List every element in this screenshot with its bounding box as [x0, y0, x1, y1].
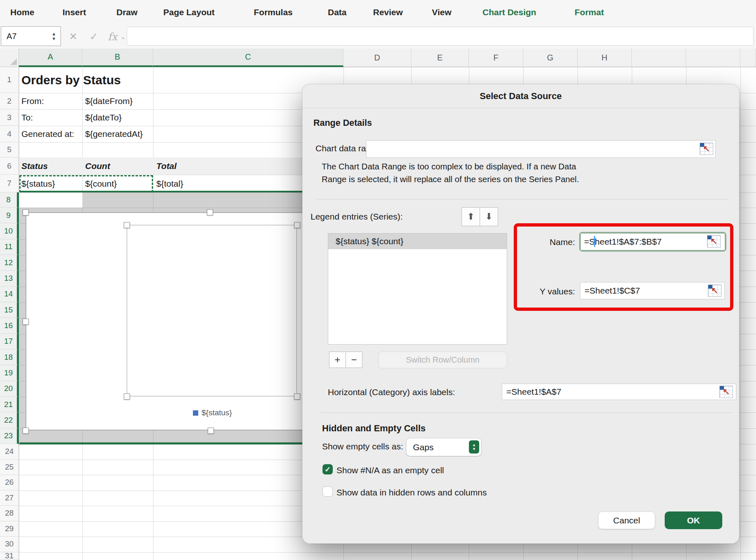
- chart-data-range-input[interactable]: [366, 140, 716, 158]
- plot-handle-top-right[interactable]: [294, 222, 300, 228]
- tab-format[interactable]: Format: [575, 0, 604, 25]
- row-header-19[interactable]: 19: [0, 365, 19, 381]
- cell-b6-header[interactable]: Count: [85, 157, 110, 175]
- confirm-entry-icon[interactable]: ✓: [90, 25, 98, 49]
- column-header-E[interactable]: E: [411, 49, 469, 67]
- row-header-1[interactable]: 1: [0, 67, 19, 93]
- row-header-31[interactable]: 31: [0, 552, 19, 560]
- row-header-21[interactable]: 21: [0, 397, 19, 412]
- tab-view[interactable]: View: [432, 0, 451, 25]
- row-header-2[interactable]: 2: [0, 93, 19, 109]
- series-move-down-button[interactable]: ⬇: [480, 207, 498, 226]
- chevron-down-icon[interactable]: ⌄: [120, 25, 126, 49]
- column-header-blank-9[interactable]: [686, 49, 740, 67]
- plot-handle-bottom-right[interactable]: [294, 393, 300, 400]
- cell-b2[interactable]: ${dateFrom}: [85, 93, 133, 109]
- row-header-30[interactable]: 30: [0, 537, 19, 552]
- ok-button[interactable]: OK: [665, 511, 722, 529]
- row-header-22[interactable]: 22: [0, 412, 19, 428]
- plot-handle-bottom-left[interactable]: [124, 393, 130, 400]
- insert-function-icon[interactable]: fx: [108, 25, 117, 49]
- show-hidden-checkbox[interactable]: [322, 486, 333, 497]
- show-empty-cells-dropdown[interactable]: Gaps ▲▼: [406, 438, 481, 456]
- cell-c6-header[interactable]: Total: [156, 157, 176, 175]
- row-header-24[interactable]: 24: [0, 444, 19, 460]
- axis-labels-input[interactable]: =Sheet1!$A$7: [502, 384, 736, 400]
- column-header-blank-10[interactable]: [740, 49, 756, 67]
- add-series-button[interactable]: +: [329, 352, 346, 368]
- tab-formulas[interactable]: Formulas: [254, 0, 293, 25]
- series-list-item-selected[interactable]: ${status} ${count}: [328, 234, 507, 249]
- formula-input[interactable]: [127, 27, 754, 46]
- column-header-B[interactable]: B: [82, 49, 153, 67]
- row-header-20[interactable]: 20: [0, 381, 19, 397]
- row-header-7[interactable]: 7: [0, 175, 19, 192]
- cancel-entry-icon[interactable]: ✕: [69, 25, 77, 49]
- chart-plot-area[interactable]: [127, 225, 297, 396]
- row-header-26[interactable]: 26: [0, 475, 19, 491]
- cell-a6-header[interactable]: Status: [21, 157, 48, 175]
- row-header-25[interactable]: 25: [0, 460, 19, 475]
- row-header-23[interactable]: 23: [0, 428, 19, 444]
- column-header-A[interactable]: A: [19, 49, 82, 67]
- row-header-13[interactable]: 13: [0, 271, 19, 286]
- cell-a1-title[interactable]: Orders by Status: [21, 67, 121, 93]
- name-box-stepper[interactable]: ▲ ▼: [49, 28, 59, 44]
- row-header-28[interactable]: 28: [0, 506, 19, 521]
- row-header-17[interactable]: 17: [0, 334, 19, 349]
- series-list[interactable]: ${status} ${count}: [328, 233, 507, 345]
- row-header-27[interactable]: 27: [0, 491, 19, 506]
- row-header-10[interactable]: 10: [0, 223, 19, 239]
- cell-a4[interactable]: Generated at:: [21, 126, 74, 142]
- row-header-5[interactable]: 5: [0, 142, 19, 157]
- tab-data[interactable]: Data: [328, 0, 347, 25]
- cell-b4[interactable]: ${generatedAt}: [85, 126, 143, 142]
- range-selector-icon[interactable]: [719, 386, 733, 398]
- row-header-18[interactable]: 18: [0, 349, 19, 365]
- y-values-input[interactable]: =Sheet1!$C$7: [580, 282, 725, 299]
- chart-handle-bottom-left[interactable]: [23, 428, 29, 434]
- chart-handle-middle-left[interactable]: [23, 319, 29, 325]
- column-header-blank-8[interactable]: [632, 49, 686, 67]
- chart-handle-top-center[interactable]: [207, 209, 213, 215]
- cell-a3[interactable]: To:: [21, 109, 33, 126]
- column-header-C[interactable]: C: [153, 49, 343, 67]
- row-header-9[interactable]: 9: [0, 208, 19, 223]
- row-header-14[interactable]: 14: [0, 287, 19, 302]
- switch-row-column-button[interactable]: Switch Row/Column: [378, 352, 507, 368]
- row-header-4[interactable]: 4: [0, 126, 19, 142]
- range-selector-icon[interactable]: [707, 235, 721, 248]
- column-header-H[interactable]: H: [577, 49, 632, 67]
- column-header-D[interactable]: D: [343, 49, 411, 67]
- chart-handle-top-left[interactable]: [23, 209, 29, 215]
- cancel-button[interactable]: Cancel: [598, 511, 655, 529]
- row-header-29[interactable]: 29: [0, 521, 19, 537]
- row-header-6[interactable]: 6: [0, 157, 19, 175]
- row-header-16[interactable]: 16: [0, 318, 19, 333]
- series-name-input[interactable]: =Sheet1!$A$7:$B$7: [581, 234, 725, 250]
- range-selector-icon[interactable]: [708, 285, 721, 297]
- show-na-checkbox[interactable]: ✓: [322, 464, 333, 474]
- row-header-11[interactable]: 11: [0, 239, 19, 255]
- row-header-15[interactable]: 15: [0, 302, 19, 318]
- tab-page-layout[interactable]: Page Layout: [163, 0, 215, 25]
- remove-series-button[interactable]: −: [346, 352, 362, 368]
- select-all-corner[interactable]: [0, 49, 19, 67]
- cell-b3[interactable]: ${dateTo}: [85, 109, 122, 126]
- column-header-F[interactable]: F: [469, 49, 523, 67]
- range-selector-icon[interactable]: [700, 143, 713, 155]
- name-box[interactable]: A7 ▲ ▼: [1, 26, 61, 46]
- tab-home[interactable]: Home: [10, 0, 34, 25]
- tab-chart-design[interactable]: Chart Design: [482, 0, 536, 25]
- tab-review[interactable]: Review: [373, 0, 403, 25]
- row-header-3[interactable]: 3: [0, 109, 19, 126]
- row-header-8[interactable]: 8: [0, 192, 19, 208]
- series-move-up-button[interactable]: ⬆: [461, 207, 480, 226]
- tab-draw[interactable]: Draw: [116, 0, 137, 25]
- chart-handle-bottom-center[interactable]: [208, 428, 214, 434]
- cell-c7[interactable]: ${total}: [156, 175, 183, 192]
- row-header-12[interactable]: 12: [0, 255, 19, 271]
- tab-insert[interactable]: Insert: [63, 0, 86, 25]
- cell-a2[interactable]: From:: [21, 93, 44, 109]
- chart-legend[interactable]: ${status}: [193, 408, 232, 417]
